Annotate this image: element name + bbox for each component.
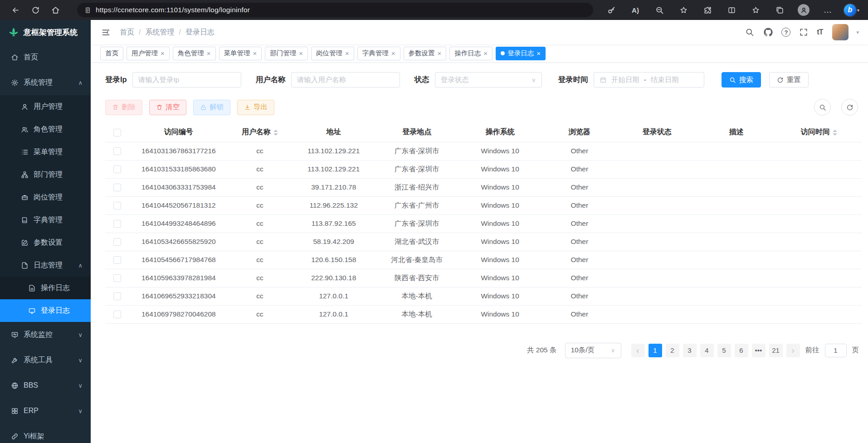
password-key-button[interactable]: [601, 2, 621, 18]
collections-button[interactable]: [770, 2, 790, 18]
zoom-out-button[interactable]: [649, 2, 669, 18]
user-avatar[interactable]: [832, 24, 848, 40]
username-input[interactable]: [297, 76, 394, 84]
split-screen-button[interactable]: [722, 2, 741, 18]
login-ip-input[interactable]: [138, 76, 235, 84]
tab-menu-management[interactable]: 菜单管理×: [219, 47, 262, 60]
sidebar-item-role-management[interactable]: 角色管理: [0, 118, 91, 141]
page-button-1[interactable]: 1: [649, 344, 662, 357]
tab-dict-management[interactable]: 字典管理×: [357, 47, 400, 60]
sidebar-item-system-management[interactable]: 系统管理 ∧: [0, 70, 91, 95]
close-icon[interactable]: ×: [299, 50, 303, 57]
tab-operation-log[interactable]: 操作日志×: [449, 47, 493, 60]
fullscreen-button[interactable]: [798, 27, 809, 38]
page-button-2[interactable]: 2: [666, 344, 679, 357]
next-page-button[interactable]: ›: [786, 344, 800, 357]
page-button-5[interactable]: 5: [717, 344, 731, 357]
tab-login-log[interactable]: 登录日志×: [496, 47, 546, 60]
toggle-search-button[interactable]: [814, 99, 831, 116]
status-select[interactable]: 登录状态 ∨: [435, 72, 542, 88]
unlock-button[interactable]: 解锁: [193, 100, 230, 115]
tab-user-management[interactable]: 用户管理×: [127, 47, 170, 60]
tab-role-management[interactable]: 角色管理×: [173, 47, 216, 60]
sort-icon[interactable]: [833, 130, 837, 136]
row-checkbox[interactable]: [113, 256, 121, 264]
refresh-table-button[interactable]: [841, 99, 858, 116]
address-bar[interactable]: https://ccnetcore.com:1101/system/log/lo…: [77, 3, 593, 17]
browser-menu-button[interactable]: …: [818, 2, 838, 18]
sidebar-item-home[interactable]: 首页: [0, 44, 91, 70]
reset-button[interactable]: 重置: [769, 72, 809, 88]
sidebar-item-dict-management[interactable]: 字典管理: [0, 209, 91, 231]
github-button[interactable]: [763, 27, 774, 38]
row-checkbox[interactable]: [113, 202, 121, 209]
sidebar-item-erp[interactable]: ERP ∨: [0, 398, 91, 424]
sidebar-item-system-monitor[interactable]: 系统监控 ∨: [0, 322, 91, 347]
copilot-button[interactable]: b ▾: [842, 2, 862, 18]
row-checkbox[interactable]: [113, 220, 121, 228]
sidebar-item-yi-framework[interactable]: Yi框架: [0, 424, 91, 443]
page-button-4[interactable]: 4: [700, 344, 714, 357]
sidebar-item-menu-management[interactable]: 菜单管理: [0, 141, 91, 163]
sidebar-item-user-management[interactable]: 用户管理: [0, 95, 91, 118]
end-date-placeholder[interactable]: 结束日期: [651, 75, 679, 85]
close-icon[interactable]: ×: [161, 50, 165, 57]
sort-icon[interactable]: [273, 130, 278, 136]
row-checkbox[interactable]: [113, 238, 121, 246]
row-checkbox[interactable]: [113, 184, 121, 191]
page-size-select[interactable]: 10条/页 ∨: [565, 343, 621, 358]
avatar-caret-icon[interactable]: ▾: [856, 29, 859, 35]
row-checkbox[interactable]: [113, 292, 121, 300]
export-button[interactable]: 导出: [237, 100, 274, 115]
tab-dept-management[interactable]: 部门管理×: [265, 47, 308, 60]
browser-home-button[interactable]: [45, 2, 65, 18]
sidebar-item-operation-log[interactable]: 操作日志: [0, 277, 91, 299]
clear-button[interactable]: 清空: [149, 100, 186, 115]
add-favorite-button[interactable]: [673, 2, 693, 18]
sidebar-item-dept-management[interactable]: 部门管理: [0, 163, 91, 186]
sidebar-item-param-settings[interactable]: 参数设置: [0, 231, 91, 254]
start-date-placeholder[interactable]: 开始日期: [611, 75, 639, 85]
close-icon[interactable]: ×: [438, 50, 442, 57]
select-all-checkbox[interactable]: [113, 129, 121, 136]
tab-home[interactable]: 首页: [100, 47, 123, 60]
browser-profile-button[interactable]: [794, 2, 814, 18]
tab-param-settings[interactable]: 参数设置×: [404, 47, 447, 60]
sidebar-item-bbs[interactable]: BBS ∨: [0, 373, 91, 398]
tab-post-management[interactable]: 岗位管理×: [311, 47, 354, 60]
row-checkbox[interactable]: [113, 166, 121, 173]
help-button[interactable]: ?: [781, 28, 790, 37]
row-checkbox[interactable]: [113, 311, 121, 318]
browser-back-button[interactable]: [5, 2, 25, 18]
close-icon[interactable]: ×: [536, 50, 541, 57]
close-icon[interactable]: ×: [345, 50, 349, 57]
url-text[interactable]: https://ccnetcore.com:1101/system/log/lo…: [96, 6, 250, 14]
jump-page-input[interactable]: [825, 344, 847, 357]
browser-refresh-button[interactable]: [25, 2, 45, 18]
close-icon[interactable]: ×: [483, 50, 488, 57]
font-size-button[interactable]: tT: [817, 28, 823, 36]
row-checkbox[interactable]: [113, 274, 121, 282]
header-search-button[interactable]: [744, 27, 755, 38]
page-button-21[interactable]: 21: [769, 344, 783, 357]
read-aloud-button[interactable]: A): [625, 2, 645, 18]
sidebar-item-log-management[interactable]: 日志管理 ∧: [0, 254, 91, 277]
prev-page-button[interactable]: ‹: [631, 344, 645, 357]
close-icon[interactable]: ×: [253, 50, 257, 57]
delete-button[interactable]: 删除: [105, 100, 142, 115]
close-icon[interactable]: ×: [391, 50, 395, 57]
favorites-button[interactable]: [746, 2, 766, 18]
sidebar-item-post-management[interactable]: 岗位管理: [0, 186, 91, 209]
date-range-picker[interactable]: 开始日期 - 结束日期: [594, 72, 704, 88]
close-icon[interactable]: ×: [207, 50, 211, 57]
more-pages-button[interactable]: •••: [752, 344, 766, 357]
sidebar-toggle-button[interactable]: [97, 24, 114, 41]
breadcrumb-home[interactable]: 首页: [120, 28, 134, 37]
row-checkbox[interactable]: [113, 147, 121, 155]
extensions-button[interactable]: [697, 2, 717, 18]
page-button-3[interactable]: 3: [683, 344, 697, 357]
sidebar-item-system-tools[interactable]: 系统工具 ∨: [0, 347, 91, 373]
page-button-6[interactable]: 6: [735, 344, 748, 357]
page-info-icon[interactable]: [84, 7, 91, 14]
column-access-time[interactable]: 访问时间: [776, 123, 862, 142]
